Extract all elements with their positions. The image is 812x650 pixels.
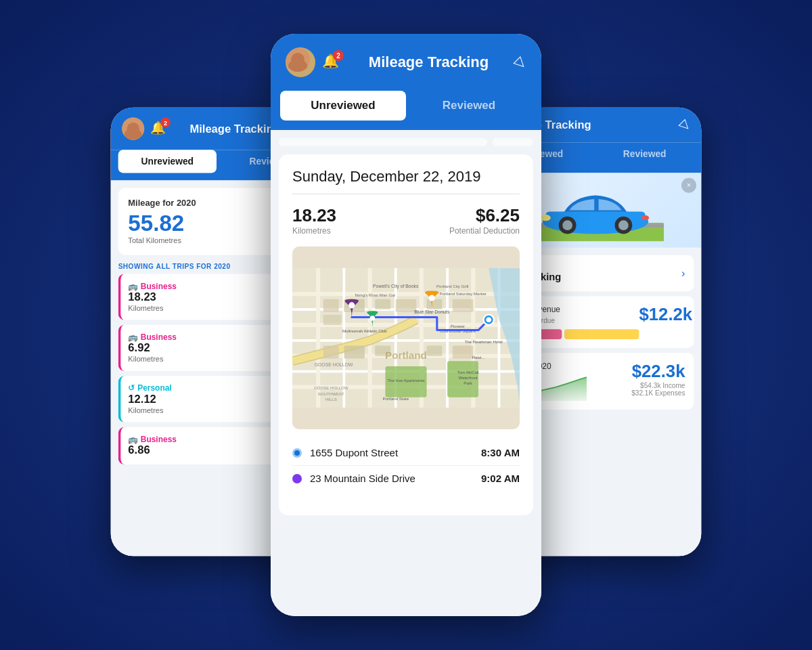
center-send-icon[interactable]: ▷ bbox=[512, 53, 531, 72]
locations: 1655 Dupont Street 8:30 AM 23 Mountain S… bbox=[292, 440, 520, 491]
svg-point-63 bbox=[429, 295, 435, 301]
trip-date: Sunday, December 22, 2019 bbox=[292, 168, 520, 194]
svg-text:HILLS: HILLS bbox=[325, 397, 337, 402]
svg-text:Hawt...: Hawt... bbox=[472, 355, 484, 360]
tab-reviewed-right[interactable]: Reviewed bbox=[595, 142, 694, 165]
stat-deduction-label: Potential Deduction bbox=[449, 226, 520, 236]
close-button[interactable]: × bbox=[681, 178, 696, 193]
svg-rect-33 bbox=[427, 299, 443, 309]
stat-kilometres: 18.23 Kilometres bbox=[292, 205, 336, 236]
bar-due bbox=[564, 329, 639, 339]
svg-text:SOUTHWEST: SOUTHWEST bbox=[318, 391, 344, 396]
map-svg: Portland GOOSE HOLLOW GOOSE HOLLOW SOUTH… bbox=[292, 246, 520, 429]
svg-rect-30 bbox=[323, 315, 342, 325]
svg-text:Portland State: Portland State bbox=[382, 396, 409, 401]
svg-text:The Heathman Hotel: The Heathman Hotel bbox=[464, 339, 502, 344]
svg-point-8 bbox=[541, 215, 551, 221]
svg-text:Blue Star Donuts: Blue Star Donuts bbox=[414, 309, 449, 314]
trip-detail-card: Sunday, December 22, 2019 18.23 Kilometr… bbox=[279, 154, 533, 515]
location-to: 23 Mountain Side Drive 9:02 AM bbox=[292, 466, 520, 491]
profit-amount: $22.3k bbox=[631, 362, 685, 381]
stat-km-value: 18.23 bbox=[292, 205, 336, 226]
svg-point-9 bbox=[641, 215, 649, 220]
location-to-time: 9:02 AM bbox=[481, 473, 520, 484]
svg-text:Portland City Grill: Portland City Grill bbox=[436, 284, 468, 288]
avatar bbox=[122, 118, 144, 140]
right-send-icon[interactable]: ▷ bbox=[677, 116, 694, 133]
svg-rect-38 bbox=[427, 345, 443, 355]
scroll-hint-2 bbox=[493, 138, 533, 146]
center-phone: 🔔 2 Mileage Tracking ▷ Unreviewed Review… bbox=[271, 34, 541, 616]
svg-point-7 bbox=[618, 220, 629, 230]
notification-badge: 2 bbox=[160, 118, 171, 128]
svg-text:Tom McCall: Tom McCall bbox=[457, 370, 479, 374]
stat-deduction-value: $6.25 bbox=[449, 205, 520, 226]
chevron-right-icon: › bbox=[681, 267, 685, 280]
svg-text:Multnomah Athletic Club: Multnomah Athletic Club bbox=[342, 328, 387, 333]
svg-point-64 bbox=[370, 316, 376, 321]
profit-expenses: $32.1K Expenses bbox=[631, 389, 685, 397]
location-from: 1655 Dupont Street 8:30 AM bbox=[292, 440, 520, 466]
map-container: Portland GOOSE HOLLOW GOOSE HOLLOW SOUTH… bbox=[292, 246, 520, 429]
notification-bell[interactable]: 🔔 2 bbox=[150, 120, 168, 137]
svg-rect-32 bbox=[396, 299, 417, 312]
profit-income: $54.3k Income bbox=[631, 382, 685, 389]
location-to-address: 23 Mountain Side Drive bbox=[310, 473, 473, 484]
svg-rect-28 bbox=[323, 299, 339, 312]
location-from-time: 8:30 AM bbox=[481, 447, 520, 458]
tab-unreviewed-center[interactable]: Unreviewed bbox=[280, 91, 406, 121]
center-phone-header: 🔔 2 Mileage Tracking ▷ bbox=[271, 34, 541, 91]
tab-unreviewed-left[interactable]: Unreviewed bbox=[118, 150, 217, 173]
svg-point-5 bbox=[562, 220, 572, 230]
svg-rect-34 bbox=[453, 299, 474, 312]
location-to-dot bbox=[292, 474, 302, 483]
svg-text:Pioneer: Pioneer bbox=[451, 324, 465, 328]
phones-container: 🔔 2 Mileage Tracking ▷ Unreviewed Revie.… bbox=[102, 34, 710, 616]
revenue-amount: $12.2k bbox=[639, 305, 692, 324]
svg-text:GOOSE HOLLOW: GOOSE HOLLOW bbox=[314, 385, 348, 390]
svg-text:Powell's City of Books: Powell's City of Books bbox=[373, 284, 419, 289]
svg-text:Portland: Portland bbox=[385, 349, 427, 361]
svg-text:Portland Saturday Market: Portland Saturday Market bbox=[439, 291, 486, 296]
svg-rect-39 bbox=[453, 345, 474, 358]
svg-text:Waterfront: Waterfront bbox=[459, 375, 478, 380]
scroll-hint bbox=[279, 138, 487, 146]
svg-rect-31 bbox=[375, 299, 390, 309]
svg-text:The Vue Apartments: The Vue Apartments bbox=[387, 378, 424, 383]
center-tab-bar: Unreviewed Reviewed bbox=[271, 91, 541, 130]
center-notification-bell[interactable]: 🔔 2 bbox=[322, 53, 341, 72]
center-notification-badge: 2 bbox=[333, 50, 344, 61]
trip-stats: 18.23 Kilometres $6.25 Potential Deducti… bbox=[292, 205, 520, 236]
center-avatar bbox=[286, 47, 315, 77]
car-illustration bbox=[527, 179, 664, 242]
svg-text:Park: Park bbox=[464, 381, 472, 385]
location-from-dot bbox=[292, 448, 302, 458]
center-phone-title: Mileage Tracking bbox=[348, 53, 510, 71]
tab-reviewed-center[interactable]: Reviewed bbox=[406, 91, 532, 121]
svg-text:GOOSE HOLLOW: GOOSE HOLLOW bbox=[315, 362, 353, 367]
stat-deduction: $6.25 Potential Deduction bbox=[449, 205, 520, 236]
svg-text:Nong's Khao Man Gai: Nong's Khao Man Gai bbox=[355, 292, 394, 297]
svg-point-61 bbox=[486, 317, 491, 322]
stat-km-label: Kilometres bbox=[292, 226, 336, 236]
location-from-address: 1655 Dupont Street bbox=[310, 447, 473, 458]
showing-link[interactable]: ALL TRIPS FOR 2020 bbox=[156, 263, 231, 270]
svg-rect-35 bbox=[323, 345, 339, 358]
svg-rect-36 bbox=[344, 345, 365, 358]
svg-point-62 bbox=[348, 302, 355, 308]
